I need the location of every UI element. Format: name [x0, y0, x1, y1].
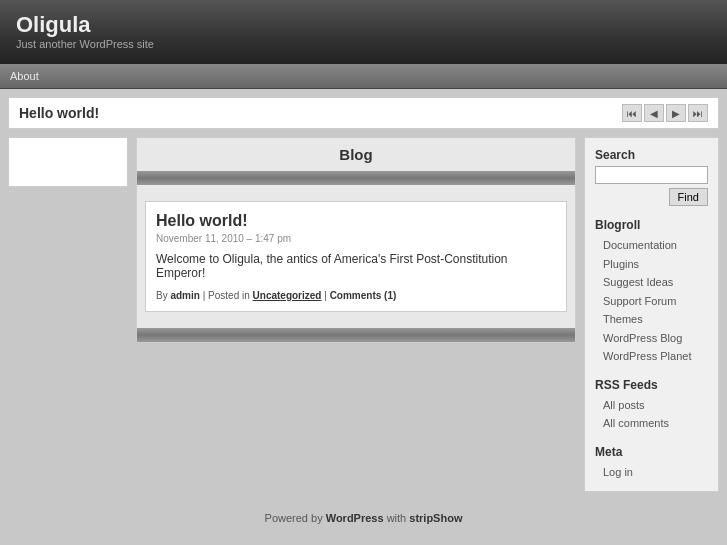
post-category-link[interactable]: Uncategorized [253, 290, 322, 301]
blogroll-link-suggest[interactable]: Suggest Ideas [595, 273, 708, 292]
blogroll-link-documentation[interactable]: Documentation [595, 236, 708, 255]
image-placeholder [8, 137, 128, 187]
post-title: Hello world! [156, 212, 556, 230]
sidebar: Search Find Blogroll Documentation Plugi… [584, 137, 719, 492]
sidebar-rss-title: RSS Feeds [595, 378, 708, 392]
blogroll-link-support[interactable]: Support Forum [595, 292, 708, 311]
blog-title-bar: Blog [137, 138, 575, 171]
top-gradient-bar [137, 171, 575, 185]
title-bar-text: Hello world! [19, 105, 99, 121]
post-meta: By admin | Posted in Uncategorized | Com… [156, 290, 556, 301]
post-box: Hello world! November 11, 2010 – 1:47 pm… [145, 201, 567, 312]
nav-about-link[interactable]: About [10, 70, 39, 82]
post-content: Welcome to Oligula, the antics of Americ… [156, 252, 556, 280]
post-date: November 11, 2010 – 1:47 pm [156, 233, 556, 244]
footer-powered-by: Powered by [265, 512, 323, 524]
find-button[interactable]: Find [669, 188, 708, 206]
search-input[interactable] [595, 166, 708, 184]
bottom-gradient-bar [137, 328, 575, 342]
meta-login-link[interactable]: Log in [595, 463, 708, 482]
blogroll-link-wpblog[interactable]: WordPress Blog [595, 329, 708, 348]
sidebar-search-title: Search [595, 148, 708, 162]
sidebar-blogroll-title: Blogroll [595, 218, 708, 232]
main-layout: Blog Hello world! November 11, 2010 – 1:… [8, 137, 719, 492]
site-tagline: Just another WordPress site [16, 38, 711, 50]
footer-theme-link[interactable]: stripShow [409, 512, 462, 524]
post-comments-link[interactable]: Comments (1) [330, 290, 397, 301]
center-column: Blog Hello world! November 11, 2010 – 1:… [136, 137, 576, 343]
nav-next-icon[interactable]: ▶ [666, 104, 686, 122]
post-area: Hello world! November 11, 2010 – 1:47 pm… [137, 185, 575, 328]
site-title: Oligula [16, 12, 711, 38]
nav-first-icon[interactable]: ⏮ [622, 104, 642, 122]
site-header: Oligula Just another WordPress site [0, 0, 727, 64]
top-section: Blog Hello world! November 11, 2010 – 1:… [8, 137, 576, 343]
nav-prev-icon[interactable]: ◀ [644, 104, 664, 122]
nav-icons: ⏮ ◀ ▶ ⏭ [622, 104, 708, 122]
sidebar-meta-title: Meta [595, 445, 708, 459]
content-area: Blog Hello world! November 11, 2010 – 1:… [8, 137, 576, 492]
post-posted-in-label: Posted in [208, 290, 250, 301]
site-footer: Powered by WordPress with stripShow [8, 500, 719, 536]
blogroll-link-plugins[interactable]: Plugins [595, 255, 708, 274]
rss-all-posts-link[interactable]: All posts [595, 396, 708, 415]
rss-all-comments-link[interactable]: All comments [595, 414, 708, 433]
search-find-row: Find [595, 188, 708, 206]
blogroll-link-wpplanet[interactable]: WordPress Planet [595, 347, 708, 366]
footer-with: with [387, 512, 407, 524]
post-author-link[interactable]: admin [170, 290, 199, 301]
nav-last-icon[interactable]: ⏭ [688, 104, 708, 122]
title-bar: Hello world! ⏮ ◀ ▶ ⏭ [8, 97, 719, 129]
page-wrapper: Hello world! ⏮ ◀ ▶ ⏭ Blog [0, 89, 727, 544]
nav-bar: About [0, 64, 727, 89]
blogroll-link-themes[interactable]: Themes [595, 310, 708, 329]
footer-wordpress-link[interactable]: WordPress [326, 512, 384, 524]
post-by-label: By [156, 290, 168, 301]
